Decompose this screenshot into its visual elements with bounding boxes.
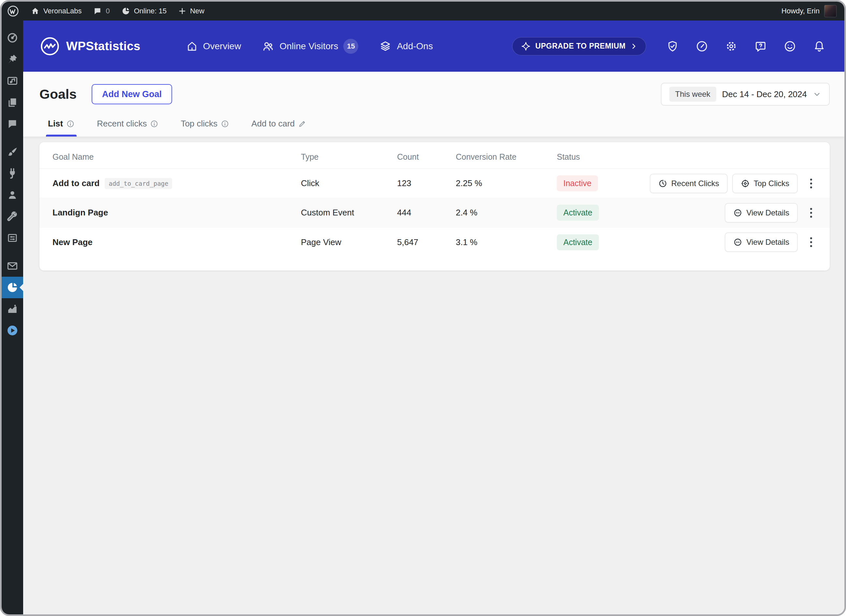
table-row: Landign Page Custom Event 444 2.4 % Acti… — [40, 198, 830, 227]
button-label: View Details — [746, 238, 789, 247]
view-details-button[interactable]: View Details — [725, 203, 798, 223]
sidebar-item-plugins[interactable] — [1, 163, 23, 184]
visitors-icon — [262, 40, 274, 53]
brand[interactable]: WPStatistics — [40, 36, 141, 57]
goal-count: 444 — [397, 208, 456, 218]
info-icon — [150, 120, 159, 128]
wordpress-logo-icon[interactable] — [7, 5, 19, 17]
upgrade-to-premium-button[interactable]: UPGRADE TO PREMIUM — [512, 37, 646, 56]
goal-count: 123 — [397, 178, 456, 188]
status-badge[interactable]: Activate — [557, 205, 599, 221]
sidebar-item-pages[interactable] — [1, 92, 23, 113]
row-menu-kebab-icon[interactable] — [806, 203, 817, 223]
content-area: Goal Name Type Count Conversion Rate Sta… — [23, 136, 845, 615]
tab-label: Top clicks — [181, 119, 217, 129]
media-icon — [6, 75, 18, 87]
online-visitors-menu[interactable]: Online: 15 — [122, 7, 167, 15]
col-count: Count — [397, 152, 456, 162]
new-content-menu[interactable]: New — [178, 7, 204, 15]
sidebar-item-dashboard[interactable] — [1, 27, 23, 48]
tab-recent-clicks[interactable]: Recent clicks — [95, 115, 160, 136]
avatar[interactable] — [824, 5, 837, 17]
pie-chart-icon — [122, 7, 130, 15]
button-label: View Details — [746, 208, 789, 217]
button-label: Recent Clicks — [671, 179, 719, 188]
goal-type: Page View — [301, 237, 397, 247]
sidebar-item-settings[interactable] — [1, 227, 23, 249]
dashboard-icon — [6, 32, 18, 44]
site-menu[interactable]: VeronaLabs — [31, 7, 81, 15]
sidebar-item-media[interactable] — [1, 70, 23, 92]
plugin-nav: Overview Online Visitors 15 — [186, 39, 433, 54]
col-type: Type — [301, 152, 397, 162]
sparkle-icon — [521, 41, 531, 51]
wp-statistics-logo-icon — [40, 36, 60, 57]
new-label: New — [190, 7, 204, 15]
sidebar-item-tools[interactable] — [1, 206, 23, 227]
goal-count: 5,647 — [397, 237, 456, 247]
video-play-icon — [6, 325, 18, 336]
sidebar-item-posts[interactable] — [1, 48, 23, 70]
pencil-icon — [298, 120, 307, 128]
comments-menu[interactable]: 0 — [93, 7, 110, 15]
sidebar-item-video[interactable] — [1, 320, 23, 341]
help-icon[interactable] — [754, 40, 767, 53]
table-header-row: Goal Name Type Count Conversion Rate Sta… — [40, 145, 830, 169]
add-new-goal-button[interactable]: Add New Goal — [92, 84, 172, 104]
top-clicks-button[interactable]: Top Clicks — [732, 174, 798, 193]
goal-name: New Page — [53, 237, 93, 247]
sidebar-item-appearance[interactable] — [1, 141, 23, 163]
home-outline-icon — [186, 40, 198, 52]
wp-admin-sidebar — [1, 21, 23, 615]
nav-item-overview[interactable]: Overview — [186, 40, 241, 52]
gauge-icon[interactable] — [696, 40, 708, 53]
status-badge[interactable]: Activate — [557, 234, 599, 250]
pages-icon — [7, 97, 18, 108]
tab-top-clicks[interactable]: Top clicks — [179, 115, 231, 136]
goals-table-card: Goal Name Type Count Conversion Rate Sta… — [40, 142, 830, 270]
users-icon — [7, 189, 18, 201]
date-preset-chip: This week — [669, 87, 716, 102]
sidebar-item-users[interactable] — [1, 184, 23, 206]
table-row: New Page Page View 5,647 3.1 % Activate — [40, 227, 830, 257]
goal-slug: add_to_card_page — [105, 178, 172, 189]
view-details-button[interactable]: View Details — [725, 232, 798, 252]
date-range-picker[interactable]: This week Dec 14 - Dec 20, 2024 — [661, 83, 830, 106]
status-badge[interactable]: Inactive — [557, 175, 598, 191]
comments-icon — [7, 118, 18, 129]
goal-type: Custom Event — [301, 208, 397, 218]
feedback-smiley-icon[interactable] — [784, 40, 796, 53]
sidebar-item-wp-statistics[interactable] — [1, 277, 23, 298]
tab-add-to-card[interactable]: Add to card — [250, 115, 308, 136]
tab-list[interactable]: List — [46, 115, 76, 136]
nav-label: Add-Ons — [397, 41, 433, 51]
recent-clicks-button[interactable]: Recent Clicks — [650, 174, 728, 193]
col-goal-name: Goal Name — [53, 152, 301, 162]
nav-item-add-ons[interactable]: Add-Ons — [379, 40, 433, 53]
howdy-text[interactable]: Howdy, Erin — [781, 7, 820, 15]
col-conversion-rate: Conversion Rate — [456, 152, 557, 162]
goal-name: Landign Page — [53, 208, 108, 218]
page-title: Goals — [40, 87, 76, 102]
nav-item-online-visitors[interactable]: Online Visitors 15 — [262, 39, 358, 54]
page-header: Goals Add New Goal This week Dec 14 - De… — [23, 72, 845, 136]
bell-icon[interactable] — [813, 40, 825, 53]
sidebar-item-comments[interactable] — [1, 113, 23, 135]
clock-history-icon — [658, 179, 667, 188]
tab-label: Add to card — [251, 119, 295, 129]
chevron-right-icon — [630, 43, 637, 50]
browser-window: VeronaLabs 0 Online: 15 — [0, 0, 846, 616]
sidebar-item-analytics[interactable] — [1, 298, 23, 320]
view-icon — [733, 238, 742, 247]
info-icon — [221, 120, 229, 128]
analytics-chart-icon — [6, 303, 18, 315]
sidebar-item-mail[interactable] — [1, 255, 23, 277]
tab-label: List — [48, 119, 63, 129]
button-label: Top Clicks — [754, 179, 789, 188]
gear-icon[interactable] — [725, 40, 737, 53]
shield-check-icon[interactable] — [666, 40, 679, 53]
row-menu-kebab-icon[interactable] — [806, 174, 817, 193]
row-menu-kebab-icon[interactable] — [806, 232, 817, 252]
wp-statistics-pie-icon — [6, 282, 18, 293]
col-status: Status — [557, 152, 650, 162]
